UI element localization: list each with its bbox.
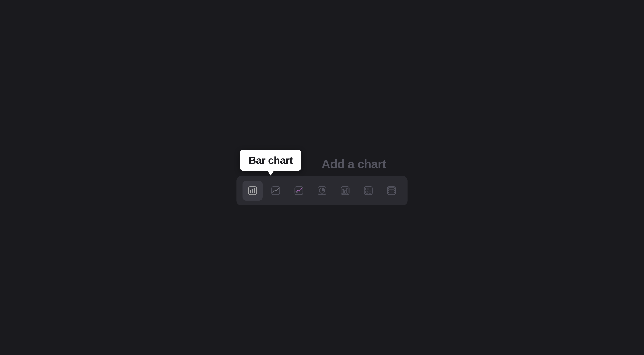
bar-chart-button[interactable]: [242, 181, 263, 201]
pie-chart-button[interactable]: [312, 181, 332, 201]
svg-rect-1: [250, 190, 252, 193]
main-container: Bar chart Add a chart: [236, 150, 408, 205]
column-chart-icon: [340, 185, 350, 196]
chart-toolbar: [236, 176, 408, 205]
svg-rect-22: [369, 191, 371, 193]
line-chart-icon: [270, 185, 281, 196]
tooltip-title-row: Bar chart Add a chart: [236, 150, 386, 171]
pie-chart-icon: [317, 185, 327, 196]
area-chart-icon: [294, 185, 304, 196]
bar-chart-icon: [247, 185, 258, 196]
svg-rect-2: [252, 189, 253, 193]
svg-rect-24: [388, 188, 394, 189]
svg-rect-15: [342, 189, 344, 193]
svg-rect-17: [347, 188, 348, 193]
svg-rect-18: [364, 187, 372, 195]
svg-rect-26: [392, 190, 394, 191]
svg-point-7: [297, 190, 298, 191]
svg-rect-3: [254, 188, 255, 193]
tooltip-bubble: Bar chart: [240, 150, 301, 171]
column-chart-button[interactable]: [335, 181, 355, 201]
svg-point-9: [301, 188, 302, 189]
grid-chart-icon: [363, 185, 374, 196]
chart-picker-area: Bar chart Add a chart: [236, 150, 408, 205]
svg-rect-19: [366, 188, 368, 190]
table-chart-button[interactable]: [381, 181, 402, 201]
grid-chart-button[interactable]: [358, 181, 378, 201]
svg-rect-20: [369, 188, 371, 190]
svg-rect-25: [388, 190, 391, 191]
svg-rect-16: [344, 191, 346, 193]
svg-rect-28: [392, 192, 394, 193]
line-chart-button[interactable]: [266, 181, 286, 201]
table-chart-icon: [386, 185, 397, 196]
tooltip-text: Bar chart: [248, 154, 293, 166]
area-chart-button[interactable]: [289, 181, 309, 201]
svg-point-8: [299, 190, 300, 191]
svg-rect-21: [366, 191, 368, 193]
add-chart-title: Add a chart: [322, 157, 386, 171]
svg-rect-27: [388, 192, 391, 193]
